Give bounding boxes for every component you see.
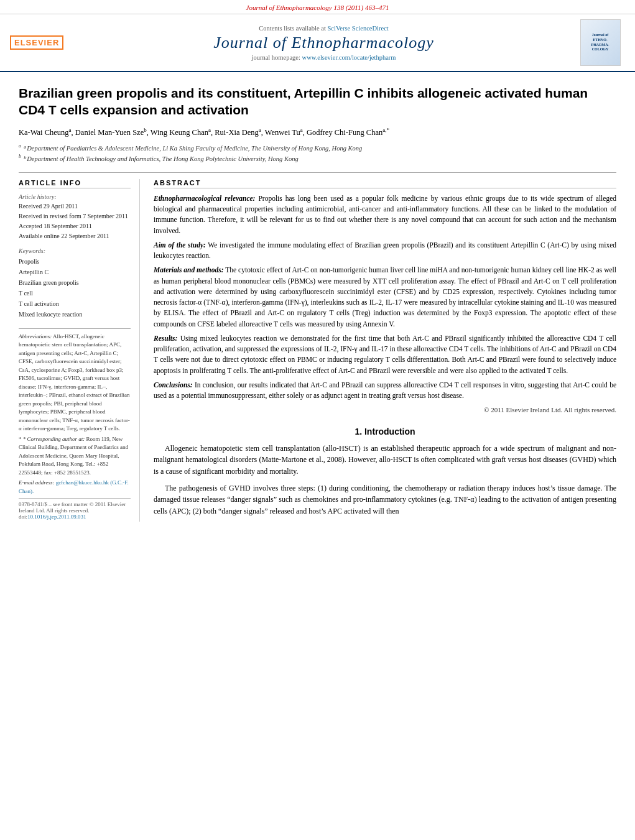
received-date: Received 29 April 2011 bbox=[19, 201, 131, 211]
keyword-6: Mixed leukocyte reaction bbox=[19, 309, 131, 320]
para4-text: Using mixed leukocytes reaction we demon… bbox=[154, 335, 616, 374]
authors: Ka-Wai Cheunga, Daniel Man-Yuen Szeb, Wi… bbox=[19, 126, 616, 139]
banner-right: Journal of ETHNO- PHARMA- COLOGY bbox=[575, 19, 625, 66]
sciverse-line: Contents lists available at SciVerse Sci… bbox=[78, 25, 569, 32]
doi-link[interactable]: 10.1016/j.jep.2011.09.031 bbox=[27, 514, 86, 520]
introduction-section: 1. Introduction Allogeneic hematopoietic… bbox=[154, 427, 616, 517]
section-number: 1. bbox=[355, 427, 362, 436]
available-date: Available online 22 September 2011 bbox=[19, 231, 131, 241]
accepted-date: Accepted 18 September 2011 bbox=[19, 221, 131, 231]
intro-para2: The pathogenesis of GVHD involves three … bbox=[154, 482, 616, 517]
para3-label: Materials and methods: bbox=[154, 266, 224, 274]
banner-left: ELSEVIER bbox=[10, 19, 72, 66]
homepage-url[interactable]: www.elsevier.com/locate/jethpharm bbox=[302, 54, 396, 61]
intro-para1-text: Allogeneic hematopoietic stem cell trans… bbox=[154, 444, 616, 476]
para2-text: We investigated the immune modulating ef… bbox=[154, 241, 616, 259]
history-label: Article history: bbox=[19, 193, 131, 200]
journal-thumbnail: Journal of ETHNO- PHARMA- COLOGY bbox=[580, 19, 621, 66]
abstract-para3: Materials and methods: The cytotoxic eff… bbox=[154, 265, 616, 330]
abbrev-text: Allo-HSCT, allogeneic hematopoietic stem… bbox=[19, 333, 130, 432]
journal-reference: Journal of Ethnopharmacology 138 (2011) … bbox=[246, 4, 389, 11]
abbrev-label: Abbreviations: bbox=[19, 333, 52, 339]
corresponding-author: * * Corresponding author at: Room 119, N… bbox=[19, 435, 131, 478]
introduction-text: Allogeneic hematopoietic stem cell trans… bbox=[154, 443, 616, 517]
sciverse-link[interactable]: SciVerse ScienceDirect bbox=[327, 25, 388, 32]
history-dates: Received 29 April 2011 Received in revis… bbox=[19, 201, 131, 241]
homepage-line: journal homepage: www.elsevier.com/locat… bbox=[78, 54, 569, 61]
two-column-layout: Article Info Article history: Received 2… bbox=[19, 179, 616, 522]
abstract-text: Ethnopharmacological relevance: Propolis… bbox=[154, 193, 616, 415]
section-title: Introduction bbox=[364, 427, 415, 436]
affiliation-b: ᵇ Department of Health Technology and In… bbox=[23, 155, 299, 162]
sciverse-prefix: Contents lists available at bbox=[259, 25, 326, 32]
keywords-list: Propolis Artepillin C Brazilian green pr… bbox=[19, 256, 131, 320]
email-label: E-mail address: bbox=[19, 479, 54, 486]
footnotes: Abbreviations: Allo-HSCT, allogeneic hem… bbox=[19, 328, 131, 496]
doi-section: 0378-8741/$ – see front matter © 2011 El… bbox=[19, 498, 131, 520]
article-info-heading: Article Info bbox=[19, 179, 131, 188]
para5-text: In conclusion, our results indicated tha… bbox=[154, 381, 616, 399]
intro-para2-text: The pathogenesis of GVHD involves three … bbox=[154, 484, 616, 515]
abstract-column: Abstract Ethnopharmacological relevance:… bbox=[154, 179, 616, 522]
keywords-label: Keywords: bbox=[19, 247, 131, 254]
keywords-block: Keywords: Propolis Artepillin C Brazilia… bbox=[19, 247, 131, 320]
para5-label: Conclusions: bbox=[154, 381, 193, 389]
journal-banner: ELSEVIER Contents lists available at Sci… bbox=[0, 14, 635, 72]
abstract-heading: Abstract bbox=[154, 179, 616, 188]
article-divider bbox=[19, 172, 616, 173]
history-block: Article history: Received 29 April 2011 … bbox=[19, 193, 131, 241]
keyword-5: T cell activation bbox=[19, 298, 131, 309]
journal-title: Journal of Ethnopharmacology bbox=[78, 34, 569, 52]
keyword-2: Artepillin C bbox=[19, 267, 131, 277]
affiliations: a ᵃ Department of Paediatrics & Adolesce… bbox=[19, 142, 616, 164]
introduction-heading: 1. Introduction bbox=[154, 427, 616, 436]
doi-line2: doi:10.1016/j.jep.2011.09.031 bbox=[19, 514, 131, 520]
keyword-3: Brazilian green propolis bbox=[19, 277, 131, 288]
keyword-1: Propolis bbox=[19, 256, 131, 267]
email-line: E-mail address: gcfchan@hkucc.hku.hk (G.… bbox=[19, 479, 131, 496]
revised-date: Received in revised form 7 September 201… bbox=[19, 211, 131, 221]
para4-label: Results: bbox=[154, 335, 177, 342]
abbreviations: Abbreviations: Allo-HSCT, allogeneic hem… bbox=[19, 333, 131, 433]
top-header: Journal of Ethnopharmacology 138 (2011) … bbox=[0, 0, 635, 14]
article-info-column: Article Info Article history: Received 2… bbox=[19, 179, 140, 522]
para2-label: Aim of the study: bbox=[154, 241, 206, 249]
abstract-para5: Conclusions: In conclusion, our results … bbox=[154, 380, 616, 402]
corresponding-label: * Corresponding author at: bbox=[23, 436, 85, 442]
copyright: © 2011 Elsevier Ireland Ltd. All rights … bbox=[154, 405, 616, 415]
abstract-para2: Aim of the study: We investigated the im… bbox=[154, 240, 616, 262]
doi-line1: 0378-8741/$ – see front matter © 2011 El… bbox=[19, 501, 131, 514]
elsevier-logo: ELSEVIER bbox=[10, 35, 63, 50]
abstract-para4: Results: Using mixed leukocytes reaction… bbox=[154, 333, 616, 376]
keyword-4: T cell bbox=[19, 288, 131, 298]
homepage-prefix: journal homepage: bbox=[252, 54, 300, 61]
affiliation-a: ᵃ Department of Paediatrics & Adolescent… bbox=[23, 144, 363, 151]
para3-text: The cytotoxic effect of Art-C on non-tum… bbox=[154, 266, 616, 327]
para1-label: Ethnopharmacological relevance: bbox=[154, 195, 255, 202]
article-title: Brazilian green propolis and its constit… bbox=[19, 85, 616, 119]
star-symbol: * bbox=[19, 436, 23, 442]
intro-para1: Allogeneic hematopoietic stem cell trans… bbox=[154, 443, 616, 478]
abstract-para1: Ethnopharmacological relevance: Propolis… bbox=[154, 193, 616, 236]
banner-center: Contents lists available at SciVerse Sci… bbox=[78, 19, 569, 66]
main-content: Brazilian green propolis and its constit… bbox=[0, 72, 635, 534]
